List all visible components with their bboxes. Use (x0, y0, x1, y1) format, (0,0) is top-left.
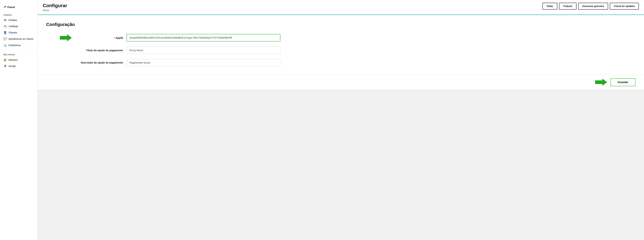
form-row-payment-title: Título da opção de pagamento (46, 47, 636, 54)
sidebar-item-label: Catálogo (8, 25, 18, 28)
content-area: Configuração *AppID (38, 14, 644, 240)
puzzle-icon: 🧩 (4, 58, 7, 61)
stats-icon: 📊 (4, 43, 7, 47)
sidebar-section-vender: VENDER (0, 12, 38, 17)
payment-desc-label-group: Descrição da opção de pagamento (46, 61, 123, 64)
monitor-icon: 🖥 (4, 64, 7, 68)
sidebar-item-estatisticas[interactable]: 📊 Estatísticas (0, 42, 38, 48)
sidebar-item-label: Estatísticas (8, 44, 21, 47)
sidebar-item-label: Design (8, 65, 16, 67)
payment-desc-label: Descrição da opção de pagamento (75, 61, 123, 64)
save-section: Guardar (38, 75, 644, 90)
sidebar-item-label: Pedidos (8, 19, 17, 21)
check-updates-button[interactable]: Check for updates (610, 3, 639, 9)
save-arrow-icon (595, 78, 607, 86)
page-header: Configurar Woovi Voltar Traduzir Gerenci… (38, 0, 644, 14)
sidebar-item-label: Módulos (8, 58, 18, 61)
save-button[interactable]: Guardar (610, 78, 636, 86)
form-row-appid: *AppID (46, 34, 636, 42)
config-section-title: Configuração (46, 22, 636, 27)
svg-marker-1 (595, 79, 607, 86)
appid-input[interactable] (126, 34, 280, 41)
payment-title-label-group: Título da opção de pagamento (46, 49, 123, 52)
sidebar-item-catalogo[interactable]: 🗃 Catálogo (0, 23, 38, 29)
form-section: *AppID Título da opção de pagamento (46, 34, 636, 66)
payment-desc-input[interactable] (126, 59, 280, 66)
sidebar-section-melhorar: MELHORAR (0, 52, 38, 57)
payment-title-input[interactable] (126, 47, 280, 54)
sidebar-divider (0, 50, 38, 50)
sidebar-logo-label: Painel (7, 6, 15, 8)
sidebar-item-design[interactable]: 🖥 Design (0, 63, 38, 69)
trend-icon: ↗ (4, 5, 6, 9)
translate-button[interactable]: Traduzir (559, 3, 576, 9)
sidebar-item-label: Clientes (8, 31, 17, 34)
sidebar-item-modulos[interactable]: 🧩 Módulos (0, 57, 38, 63)
appid-arrow-icon (60, 34, 72, 42)
manage-hooks-button[interactable]: Gerenciar ganchos (578, 3, 608, 9)
form-row-payment-desc: Descrição da opção de pagamento (46, 59, 636, 66)
svg-marker-0 (60, 34, 72, 41)
appid-label-group: *AppID (46, 34, 123, 42)
catalog-icon: 🗃 (4, 25, 7, 28)
header-actions: Voltar Traduzir Gerenciar ganchos Check … (542, 3, 639, 9)
page-title: Configurar (43, 3, 67, 8)
appid-label: *AppID (75, 36, 123, 39)
required-star: * (114, 36, 115, 39)
user-icon: 👤 (4, 31, 7, 34)
sidebar: ↗ Painel VENDER 🛍 Pedidos 🗃 Catálogo 👤 C… (0, 0, 38, 240)
sidebar-item-atendimento[interactable]: 💬 Atendimento ao Cliente (0, 36, 38, 42)
sidebar-logo[interactable]: ↗ Painel (0, 3, 38, 12)
sidebar-item-label: Atendimento ao Cliente (8, 37, 34, 40)
payment-title-label: Título da opção de pagamento (75, 49, 123, 52)
shopping-icon: 🛍 (4, 19, 7, 22)
config-card: Configuração *AppID (38, 14, 644, 75)
sidebar-item-clientes[interactable]: 👤 Clientes (0, 29, 38, 36)
main-content: Configurar Woovi Voltar Traduzir Gerenci… (38, 0, 644, 240)
sidebar-item-pedidos[interactable]: 🛍 Pedidos (0, 17, 38, 23)
chat-icon: 💬 (4, 37, 7, 40)
back-button[interactable]: Voltar (542, 3, 557, 9)
page-subtitle: Woovi (43, 9, 67, 11)
header-title-block: Configurar Woovi (43, 3, 67, 11)
